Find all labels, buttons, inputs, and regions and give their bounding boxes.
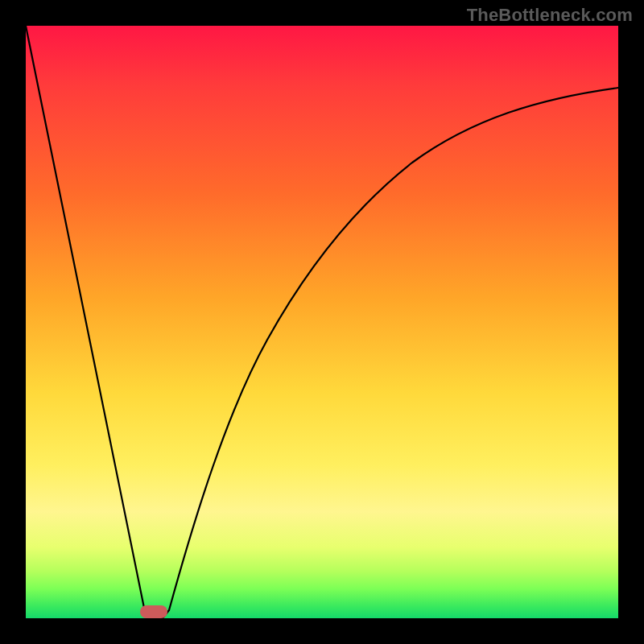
optimum-marker — [140, 605, 167, 618]
chart-frame: TheBottleneck.com — [0, 0, 644, 644]
curve-left-branch — [26, 26, 145, 612]
curve-right-branch — [169, 88, 618, 610]
bottleneck-curve — [26, 26, 618, 618]
plot-area — [26, 26, 618, 618]
watermark-text: TheBottleneck.com — [467, 5, 633, 26]
